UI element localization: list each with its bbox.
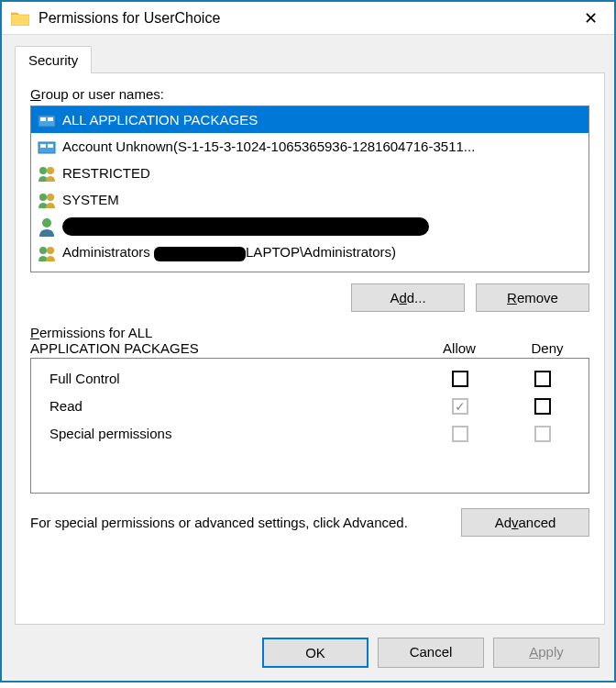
svg-rect-1 xyxy=(40,117,46,121)
user-label: Administrators LAPTOP\Administrators) xyxy=(62,244,396,261)
svg-point-12 xyxy=(47,247,54,254)
allow-checkbox[interactable] xyxy=(452,371,468,387)
svg-point-8 xyxy=(39,194,47,201)
user-item-system[interactable]: SYSTEM xyxy=(31,186,588,213)
add-button[interactable]: Add... xyxy=(351,283,465,312)
package-icon xyxy=(37,137,57,157)
user-item-account-unknown[interactable]: Account Unknown(S-1-15-3-1024-1065365936… xyxy=(31,133,588,160)
permissions-header: Permissions for ALLAPPLICATION PACKAGES … xyxy=(30,325,589,356)
permissions-for-label: Permissions for ALLAPPLICATION PACKAGES xyxy=(30,325,413,356)
svg-point-9 xyxy=(47,194,54,201)
folder-icon xyxy=(11,11,29,26)
deny-checkbox[interactable] xyxy=(534,371,551,387)
redacted-content xyxy=(154,247,246,261)
user-item-redacted[interactable] xyxy=(31,213,588,239)
group-icon xyxy=(37,163,57,183)
users-list[interactable]: ALL APPLICATION PACKAGES Account Unknown… xyxy=(30,105,589,272)
svg-point-6 xyxy=(39,167,47,174)
user-item-all-packages[interactable]: ALL APPLICATION PACKAGES xyxy=(31,106,588,133)
user-label: ALL APPLICATION PACKAGES xyxy=(62,112,258,128)
user-item-administrators[interactable]: Administrators LAPTOP\Administrators) xyxy=(31,239,588,266)
svg-point-11 xyxy=(39,247,47,254)
cancel-button[interactable]: Cancel xyxy=(378,638,484,668)
remove-button[interactable]: Remove xyxy=(476,283,589,312)
user-icon xyxy=(37,216,57,237)
user-item-restricted[interactable]: RESTRICTED xyxy=(31,160,588,186)
svg-point-7 xyxy=(47,167,54,174)
permissions-dialog: Permissions for UserChoice ✕ Security Gr… xyxy=(0,0,616,682)
svg-rect-4 xyxy=(40,144,46,148)
user-label: RESTRICTED xyxy=(62,165,150,181)
deny-header: Deny xyxy=(505,340,589,356)
group-icon xyxy=(37,243,57,263)
deny-checkbox[interactable] xyxy=(534,398,551,415)
deny-checkbox xyxy=(534,426,551,442)
apply-button: Apply xyxy=(493,638,600,668)
tab-area: Security Group or user names: ALL APPLIC… xyxy=(2,35,614,625)
tab-content: Group or user names: ALL APPLICATION PAC… xyxy=(15,72,605,625)
allow-checkbox xyxy=(452,398,468,415)
perm-row-read: Read xyxy=(40,392,579,419)
perm-name: Full Control xyxy=(40,371,414,386)
perm-name: Read xyxy=(40,398,414,414)
ok-button[interactable]: OK xyxy=(262,638,368,668)
tab-strip: Security xyxy=(15,46,605,73)
svg-rect-2 xyxy=(48,117,53,121)
tab-security[interactable]: Security xyxy=(15,46,92,73)
window-title: Permissions for UserChoice xyxy=(38,10,577,27)
permissions-list: Full Control Read Special permissions xyxy=(30,358,589,494)
advanced-row: For special permissions or advanced sett… xyxy=(30,508,589,537)
group-icon xyxy=(37,190,57,210)
svg-rect-5 xyxy=(48,144,53,148)
svg-point-10 xyxy=(42,218,51,227)
titlebar: Permissions for UserChoice ✕ xyxy=(2,2,614,35)
advanced-button[interactable]: Advanced xyxy=(461,508,589,537)
perm-row-full-control: Full Control xyxy=(40,364,579,392)
allow-checkbox xyxy=(452,426,468,442)
user-label: SYSTEM xyxy=(62,192,119,207)
dialog-buttons: OK Cancel Apply xyxy=(2,625,614,681)
package-icon xyxy=(37,110,57,130)
group-users-label: Group or user names: xyxy=(30,86,589,102)
close-button[interactable]: ✕ xyxy=(577,8,605,28)
user-label: Account Unknown(S-1-15-3-1024-1065365936… xyxy=(62,139,475,154)
perm-row-special: Special permissions xyxy=(40,419,579,447)
advanced-text: For special permissions or advanced sett… xyxy=(30,515,443,530)
perm-name: Special permissions xyxy=(40,426,414,441)
redacted-content xyxy=(62,217,429,236)
user-buttons: Add... Remove xyxy=(30,283,589,312)
allow-header: Allow xyxy=(413,340,505,356)
